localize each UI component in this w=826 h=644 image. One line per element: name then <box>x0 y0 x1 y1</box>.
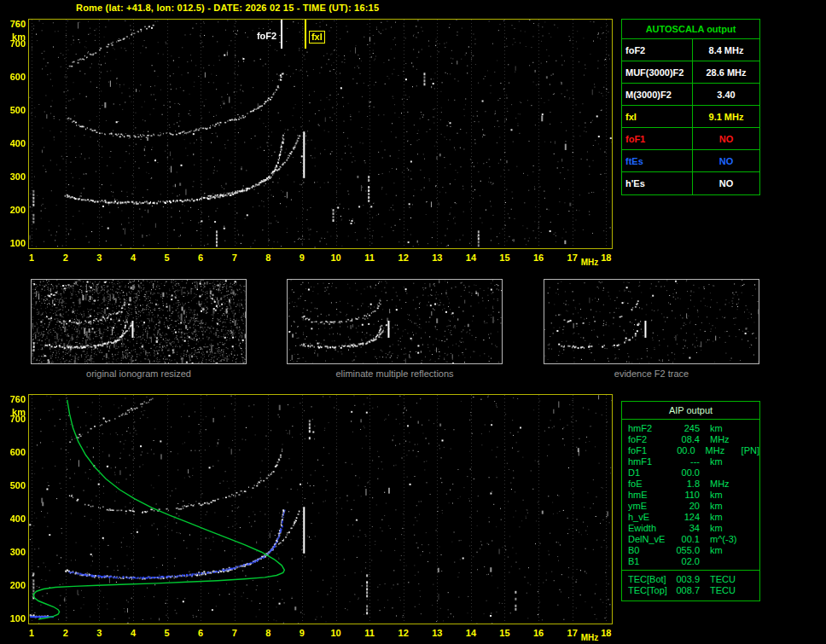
autoscala-output-table: AUTOSCALA output foF28.4 MHz MUF(3000)F2… <box>621 19 760 195</box>
table-row: foF208.4MHz <box>622 434 759 445</box>
aip-param-value: 245 <box>673 423 700 434</box>
y-axis-unit: km <box>3 407 26 418</box>
x-axis-label: 14 <box>462 252 480 264</box>
scaled-ionogram-panel: 760700600500400300200100km12345678910111… <box>28 19 613 249</box>
autoscala-table-title: AUTOSCALA output <box>622 20 759 39</box>
aip-param-unit: TECU <box>710 574 744 585</box>
param-value: 8.4 MHz <box>693 39 759 61</box>
x-axis-label: 17 <box>564 252 581 264</box>
table-row: B102.0 <box>622 556 759 567</box>
aip-param-name: Ewidth <box>628 523 673 534</box>
aip-param-unit: MHz <box>710 434 744 445</box>
param-label: foF1 <box>622 128 693 149</box>
y-axis-label: 760 <box>3 19 26 30</box>
thumbnail-eliminate-reflections-caption: eliminate multiple reflections <box>287 368 503 379</box>
thumbnail-original-ionogram <box>31 279 247 364</box>
table-row: fxI9.1 MHz <box>622 106 759 128</box>
aip-param-value: 124 <box>673 512 700 523</box>
aip-param-unit: km <box>710 523 744 534</box>
aip-tec-section: TEC[Bot]003.9TECU TEC[Top]008.7TECU <box>622 570 759 600</box>
x-axis-label: 9 <box>294 628 311 639</box>
x-axis-unit: MHz <box>581 257 599 268</box>
aip-param-name: hmE <box>628 490 673 501</box>
x-axis-label: 6 <box>192 252 209 264</box>
aip-param-name: D1 <box>628 467 673 479</box>
y-axis-label: 400 <box>3 138 26 149</box>
x-axis-label: 2 <box>57 252 74 264</box>
aip-param-value: 02.0 <box>673 556 700 567</box>
station-date-title: Rome (lat: +41.8, lon: 012.5) - DATE: 20… <box>76 3 379 13</box>
x-axis-label: 16 <box>530 628 547 639</box>
table-row: hmF1---km <box>622 456 759 467</box>
aip-param-value: --- <box>673 456 700 467</box>
param-value: 3.40 <box>693 84 759 105</box>
param-label: ftEs <box>622 150 693 171</box>
aip-param-flag: [PN] <box>742 445 759 456</box>
aip-param-value: 055.0 <box>673 545 700 556</box>
aip-param-name: TEC[Top] <box>628 585 673 596</box>
x-axis-label: 8 <box>259 628 276 639</box>
x-axis-label: 12 <box>395 252 412 264</box>
x-axis-label: 13 <box>428 252 445 264</box>
x-axis-label: 3 <box>90 252 108 264</box>
y-axis-label: 100 <box>3 238 26 249</box>
y-axis-label: 600 <box>3 447 26 458</box>
table-row: foE1.8MHz <box>622 479 759 490</box>
y-axis-label: 760 <box>3 394 26 405</box>
param-label: MUF(3000)F2 <box>622 61 693 83</box>
thumbnail-original-caption: original ionogram resized <box>31 368 247 379</box>
x-axis-label: 17 <box>564 628 581 639</box>
x-axis-label: 1 <box>23 628 40 639</box>
aip-param-name: TEC[Bot] <box>628 574 673 585</box>
x-axis-label: 3 <box>90 628 108 639</box>
y-axis-label: 200 <box>3 205 26 216</box>
thumbnail-evidence-f2-canvas <box>544 280 759 363</box>
aip-param-unit: TECU <box>710 585 744 596</box>
aip-param-value: 00.0 <box>673 467 700 479</box>
aip-param-name: foE <box>628 479 673 490</box>
y-axis-label: 300 <box>3 171 26 183</box>
aip-param-unit: km <box>710 501 744 512</box>
table-row: hmE110km <box>622 490 759 501</box>
aip-param-value: 00.1 <box>673 534 700 545</box>
aip-param-unit <box>710 556 744 567</box>
x-axis-label: 1 <box>23 252 40 264</box>
thumbnail-original-canvas <box>32 280 246 363</box>
fxI-marker-line <box>305 20 306 49</box>
x-axis-label: 16 <box>530 252 547 264</box>
y-axis-label: 200 <box>3 580 26 591</box>
table-row: ftEsNO <box>622 150 759 172</box>
aip-param-name: B0 <box>628 545 673 556</box>
foF2-marker-label: foF2 <box>241 31 276 42</box>
table-row: MUF(3000)F228.6 MHz <box>622 61 759 84</box>
thumbnail-eliminate-reflections-canvas <box>288 280 502 363</box>
thumbnail-evidence-f2-caption: evidence F2 trace <box>544 368 759 379</box>
autoscala-window: Rome (lat: +41.8, lon: 012.5) - DATE: 20… <box>0 0 826 644</box>
table-row: DelN_vE00.1m^(-3) <box>622 534 759 545</box>
thumbnail-evidence-f2 <box>544 279 759 364</box>
table-row: B0055.0km <box>622 545 759 556</box>
table-row: TEC[Top]008.7TECU <box>622 585 759 596</box>
param-value: NO <box>693 150 759 171</box>
y-axis-label: 400 <box>3 513 26 525</box>
table-row: h'EsNO <box>622 172 759 194</box>
aip-param-name: hmF1 <box>628 456 673 467</box>
table-row: h_vE124km <box>622 512 759 523</box>
x-axis-label: 7 <box>226 252 243 264</box>
aip-param-value: 00.0 <box>671 445 695 456</box>
aip-output-table: AIP output hmF2245km foF208.4MHz foF100.… <box>621 401 760 601</box>
table-row: ymE20km <box>622 501 759 512</box>
aip-param-unit <box>710 467 744 479</box>
profile-ionogram-canvas <box>29 395 612 624</box>
table-row: D100.0 <box>622 467 759 479</box>
param-label: foF2 <box>622 39 693 61</box>
aip-param-unit: MHz <box>710 479 744 490</box>
thumbnail-eliminate-reflections <box>287 279 503 364</box>
x-axis-label: 13 <box>428 628 445 639</box>
table-row: foF1NO <box>622 128 759 150</box>
table-row: TEC[Bot]003.9TECU <box>622 574 759 585</box>
x-axis-label: 11 <box>361 628 378 639</box>
x-axis-label: 15 <box>496 252 513 264</box>
aip-param-name: foF2 <box>628 434 673 445</box>
y-axis-label: 300 <box>3 547 26 558</box>
